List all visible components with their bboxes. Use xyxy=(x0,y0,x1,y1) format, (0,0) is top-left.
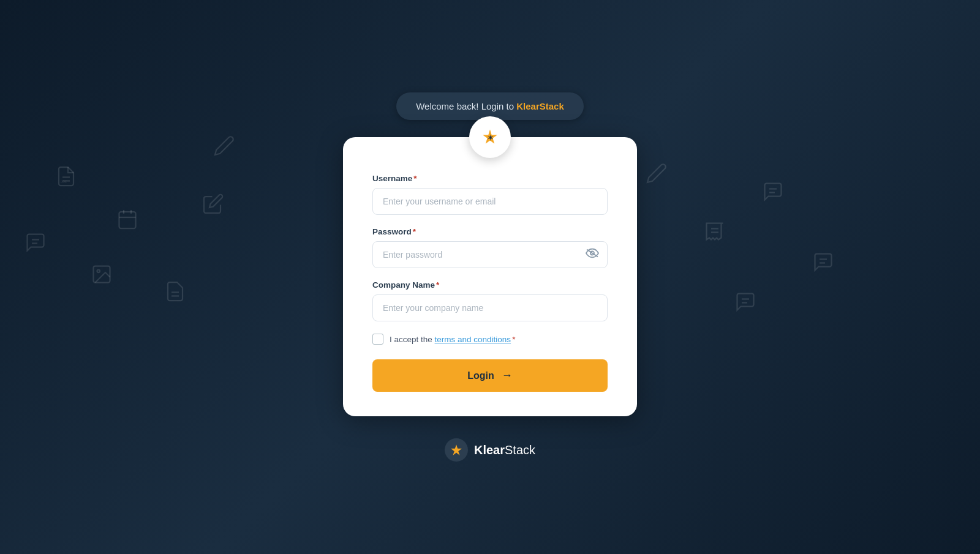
company-group: Company Name* xyxy=(372,280,608,321)
svg-rect-9 xyxy=(94,266,110,283)
bg-image-icon xyxy=(91,263,113,288)
password-input[interactable] xyxy=(372,241,608,268)
svg-text:DOC: DOC xyxy=(61,181,67,184)
username-label: Username* xyxy=(372,174,608,183)
bg-edit-icon-2 xyxy=(213,135,235,160)
bg-edit-icon-3 xyxy=(646,162,668,187)
company-required: * xyxy=(436,280,439,290)
logo-circle: ✶ xyxy=(469,116,511,158)
bg-doclist-icon xyxy=(164,280,186,305)
bg-receipt-icon xyxy=(704,220,726,245)
company-input[interactable] xyxy=(372,294,608,321)
login-card: Username* Password* xyxy=(343,137,637,416)
password-toggle-icon[interactable] xyxy=(586,249,599,261)
background: DOC xyxy=(0,0,980,554)
welcome-text: Welcome back! Login to xyxy=(416,101,516,111)
username-required: * xyxy=(413,174,417,183)
username-input[interactable] xyxy=(372,188,608,215)
klearstack-logo-icon: ✶ xyxy=(479,126,501,148)
footer-logo-circle xyxy=(445,438,468,462)
footer-brand: KlearStack xyxy=(445,438,535,462)
login-button[interactable]: Login → xyxy=(372,359,608,392)
terms-row: I accept the terms and conditions* xyxy=(372,334,608,345)
svg-rect-3 xyxy=(119,212,136,228)
svg-marker-30 xyxy=(451,444,462,455)
terms-required: * xyxy=(512,335,515,344)
bg-edit-icon-1 xyxy=(202,193,224,218)
footer-logo-icon xyxy=(450,443,463,457)
password-required: * xyxy=(413,227,416,236)
bg-chat-icon-2 xyxy=(762,181,784,206)
welcome-brand: KlearStack xyxy=(516,101,564,111)
login-button-label: Login xyxy=(467,370,494,381)
bg-chat-icon-3 xyxy=(812,251,834,276)
terms-checkbox[interactable] xyxy=(372,334,383,345)
terms-link[interactable]: terms and conditions xyxy=(435,335,511,344)
svg-point-10 xyxy=(97,270,100,273)
company-label: Company Name* xyxy=(372,280,608,290)
username-group: Username* xyxy=(372,174,608,215)
password-wrapper xyxy=(372,241,608,268)
footer-brand-text: KlearStack xyxy=(474,443,535,457)
bg-chat-icon-1 xyxy=(24,231,47,256)
login-arrow-icon: → xyxy=(502,369,513,382)
bg-doc-icon: DOC xyxy=(55,165,77,190)
password-group: Password* xyxy=(372,227,608,268)
password-label: Password* xyxy=(372,227,608,236)
bg-notepad-icon-1 xyxy=(116,208,138,233)
terms-label: I accept the terms and conditions* xyxy=(390,335,515,344)
bg-chat-icon-4 xyxy=(734,291,756,316)
login-card-wrapper: ✶ Username* Password* xyxy=(343,137,637,416)
svg-text:✶: ✶ xyxy=(488,134,494,141)
